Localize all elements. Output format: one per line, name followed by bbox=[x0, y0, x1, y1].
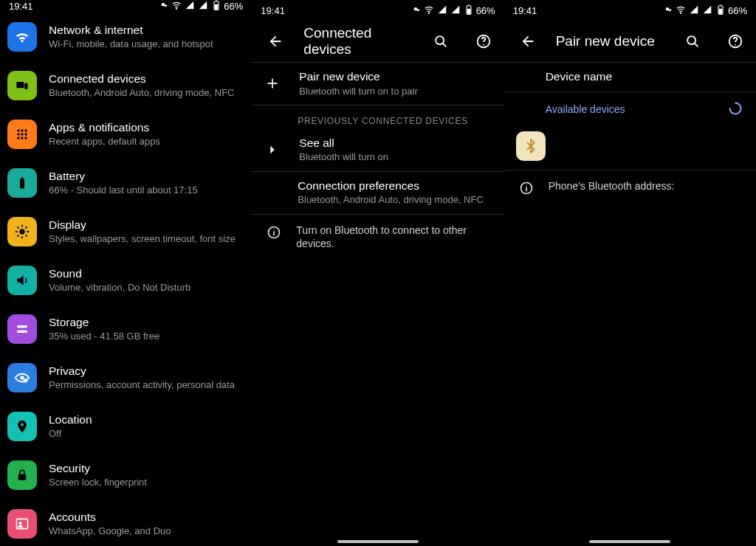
settings-item-brightness[interactable]: DisplayStyles, wallpapers, screen timeou… bbox=[0, 207, 252, 256]
connected-devices-panel: 19:41 66% Connected devices bbox=[252, 0, 504, 546]
signal-1-icon bbox=[437, 4, 447, 17]
item-subtitle: Wi-Fi, mobile, data usage, and hotspot bbox=[49, 38, 213, 50]
svg-point-27 bbox=[428, 13, 429, 13]
svg-point-13 bbox=[21, 136, 23, 139]
item-subtitle: Recent apps, default apps bbox=[49, 136, 160, 148]
row-subtitle: Bluetooth, Android Auto, driving mode, N… bbox=[298, 194, 483, 206]
app-bar: Pair new device bbox=[504, 21, 756, 62]
accounts-icon bbox=[7, 509, 37, 539]
status-bar: 19:41 66% bbox=[0, 0, 252, 13]
location-icon bbox=[7, 412, 37, 441]
row-subtitle: Bluetooth will turn on to pair bbox=[299, 86, 417, 97]
back-button[interactable] bbox=[513, 27, 543, 56]
item-title: Battery bbox=[49, 170, 198, 184]
settings-item-storage[interactable]: Storage35% used - 41.58 GB free bbox=[0, 305, 252, 353]
privacy-icon bbox=[7, 363, 37, 393]
item-subtitle: Screen lock, fingerprint bbox=[49, 477, 147, 488]
settings-list: Network & internetWi-Fi, mobile, data us… bbox=[0, 13, 252, 546]
settings-item-battery[interactable]: Battery66% - Should last until about 17:… bbox=[0, 159, 252, 207]
see-all-row[interactable]: See all Bluetooth will turn on bbox=[252, 129, 504, 171]
settings-item-devices[interactable]: Connected devicesBluetooth, Android Auto… bbox=[0, 61, 252, 110]
status-time: 19:41 bbox=[9, 1, 33, 12]
item-subtitle: Off bbox=[49, 428, 92, 440]
signal-1-icon bbox=[689, 4, 699, 17]
item-subtitle: Bluetooth, Android Auto, driving mode, N… bbox=[49, 87, 234, 99]
svg-rect-5 bbox=[24, 83, 27, 89]
status-bar: 19:41 66% bbox=[504, 0, 756, 21]
bluetooth-device-row[interactable] bbox=[504, 127, 756, 165]
pair-device-panel: 19:41 66% Pair new device Device name bbox=[504, 0, 756, 546]
item-subtitle: 35% used - 41.58 GB free bbox=[49, 331, 159, 342]
svg-point-41 bbox=[735, 44, 736, 46]
chevron-right-icon bbox=[262, 139, 283, 160]
gesture-pill[interactable] bbox=[337, 540, 419, 543]
wifi-icon bbox=[424, 4, 434, 17]
gesture-pill[interactable] bbox=[589, 540, 670, 543]
refresh-spinner-icon[interactable] bbox=[728, 101, 743, 118]
plus-icon bbox=[262, 73, 283, 94]
settings-item-accounts[interactable]: AccountsWhatsApp, Google, and Duo bbox=[0, 500, 252, 546]
help-button[interactable] bbox=[721, 27, 750, 56]
battery-icon bbox=[715, 4, 726, 17]
item-title: Display bbox=[49, 218, 236, 232]
svg-rect-18 bbox=[17, 325, 27, 328]
item-subtitle: WhatsApp, Google, and Duo bbox=[49, 525, 171, 537]
info-row: Turn on Bluetooth to connect to other de… bbox=[252, 215, 504, 260]
status-time: 19:41 bbox=[261, 5, 285, 16]
svg-rect-37 bbox=[719, 8, 723, 13]
item-title: Sound bbox=[49, 267, 190, 281]
wifi-icon bbox=[676, 4, 686, 17]
help-button[interactable] bbox=[469, 27, 498, 56]
pair-new-device-row[interactable]: Pair new device Bluetooth will turn on t… bbox=[252, 63, 504, 105]
connection-preferences-row[interactable]: Connection preferences Bluetooth, Androi… bbox=[252, 172, 504, 214]
status-icons: 66% bbox=[410, 4, 495, 17]
svg-rect-29 bbox=[467, 8, 470, 13]
search-button[interactable] bbox=[678, 27, 707, 56]
bluetooth-icon bbox=[516, 131, 546, 161]
svg-point-6 bbox=[17, 129, 19, 131]
bt-address-row: Phone's Bluetooth address: bbox=[504, 170, 756, 204]
svg-point-35 bbox=[680, 13, 681, 13]
battery-text: 66% bbox=[476, 5, 495, 16]
item-subtitle: Permissions, account activity, personal … bbox=[49, 379, 235, 391]
storage-icon bbox=[7, 314, 37, 344]
device-name-row[interactable]: Device name bbox=[504, 63, 756, 91]
available-devices-label: Available devices bbox=[546, 103, 625, 115]
settings-panel: 19:41 66% Network & internetWi-Fi, mobil… bbox=[0, 0, 252, 546]
svg-point-7 bbox=[21, 129, 23, 131]
settings-item-location[interactable]: LocationOff bbox=[0, 402, 252, 451]
status-icons: 66% bbox=[158, 0, 243, 13]
info-icon bbox=[265, 224, 283, 252]
settings-item-wifi[interactable]: Network & internetWi-Fi, mobile, data us… bbox=[0, 13, 252, 61]
svg-point-12 bbox=[17, 136, 19, 139]
sound-icon bbox=[7, 266, 37, 295]
settings-item-sound[interactable]: SoundVolume, vibration, Do Not Disturb bbox=[0, 256, 252, 305]
svg-point-33 bbox=[483, 44, 484, 46]
row-title: Device name bbox=[546, 70, 612, 84]
svg-rect-30 bbox=[467, 4, 469, 5]
signal-2-icon bbox=[450, 4, 461, 17]
svg-rect-2 bbox=[215, 4, 219, 10]
item-subtitle: Styles, wallpapers, screen timeout, font… bbox=[49, 233, 236, 245]
search-button[interactable] bbox=[426, 27, 456, 56]
item-subtitle: Volume, vibration, Do Not Disturb bbox=[49, 282, 190, 294]
settings-item-security[interactable]: SecurityScreen lock, fingerprint bbox=[0, 451, 252, 500]
settings-item-apps[interactable]: Apps & notificationsRecent apps, default… bbox=[0, 110, 252, 159]
section-label: Previously connected devices bbox=[252, 106, 504, 129]
vpn-icon bbox=[158, 0, 168, 13]
back-button[interactable] bbox=[261, 27, 290, 56]
status-icons: 66% bbox=[662, 4, 747, 17]
settings-item-privacy[interactable]: PrivacyPermissions, account activity, pe… bbox=[0, 353, 252, 402]
item-title: Storage bbox=[49, 316, 159, 330]
row-title: Connection preferences bbox=[298, 179, 483, 193]
vpn-icon bbox=[662, 4, 673, 17]
available-devices-header: Available devices bbox=[504, 92, 756, 127]
app-bar: Connected devices bbox=[252, 21, 504, 62]
bt-address-text: Phone's Bluetooth address: bbox=[549, 179, 675, 196]
svg-point-31 bbox=[436, 36, 444, 44]
svg-rect-15 bbox=[20, 179, 24, 189]
signal-2-icon bbox=[702, 4, 712, 17]
row-title: Pair new device bbox=[299, 70, 417, 84]
page-title: Connected devices bbox=[303, 25, 412, 58]
svg-rect-19 bbox=[17, 331, 27, 333]
